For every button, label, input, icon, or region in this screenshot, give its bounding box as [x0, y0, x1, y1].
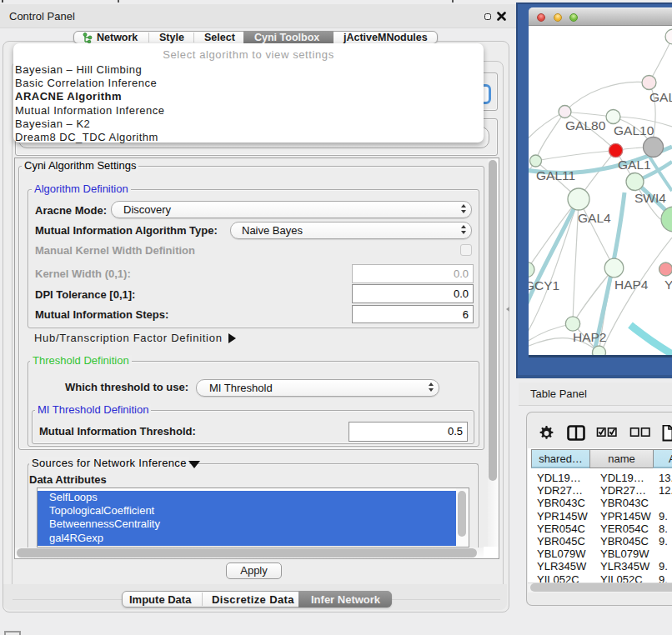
svg-text:SWI4: SWI4	[634, 191, 666, 205]
svg-text:HAP4: HAP4	[614, 278, 649, 292]
svg-text:HAP2: HAP2	[573, 330, 607, 344]
svg-text:GAL7: GAL7	[649, 90, 672, 104]
svg-text:GCY1: GCY1	[529, 278, 559, 292]
svg-text:GAL11: GAL11	[536, 168, 575, 182]
svg-text:YM: YM	[664, 278, 672, 292]
svg-text:GAL4: GAL4	[578, 211, 611, 225]
svg-text:GAL10: GAL10	[614, 123, 654, 138]
svg-text:GAL80: GAL80	[565, 118, 606, 132]
svg-text:GAL1: GAL1	[618, 158, 651, 172]
